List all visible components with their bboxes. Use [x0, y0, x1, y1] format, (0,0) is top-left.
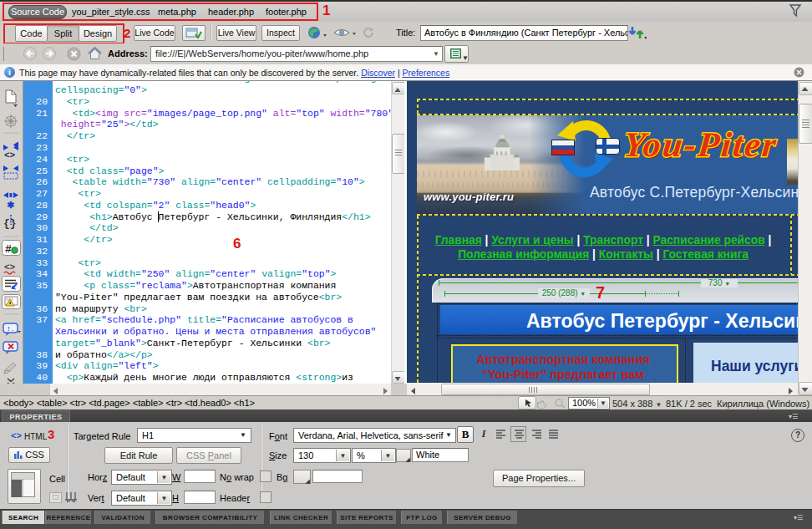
svg-text:<>: <>	[4, 262, 16, 272]
svg-text:{}: {}	[3, 217, 17, 230]
svg-text:!.: !.	[7, 325, 15, 333]
svg-text:#: #	[5, 243, 12, 256]
svg-text:✱: ✱	[7, 201, 14, 211]
svg-text:You-Piter: You-Piter	[622, 125, 779, 164]
svg-text:<>: <>	[4, 150, 16, 160]
